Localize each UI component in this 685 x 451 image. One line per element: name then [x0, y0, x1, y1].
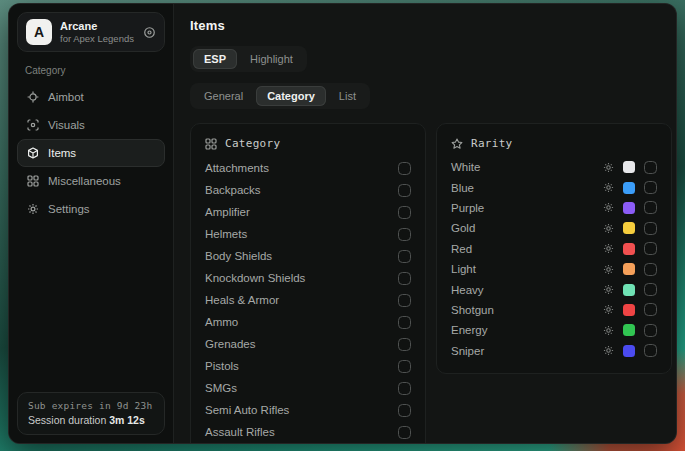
checkbox[interactable]	[398, 426, 411, 439]
tab-esp[interactable]: ESP	[193, 49, 237, 69]
brand-subtitle: for Apex Legends	[60, 33, 135, 45]
category-panel: Category Attachments Backpacks	[190, 123, 426, 444]
checkbox[interactable]	[644, 303, 657, 316]
rarity-row[interactable]: Shotgun	[451, 300, 657, 320]
sidebar-item-visuals[interactable]: Visuals	[17, 111, 165, 139]
gear-icon[interactable]	[603, 325, 614, 336]
category-row[interactable]: Heals & Armor	[205, 289, 411, 311]
sidebar-nav: Aimbot Visuals Items	[17, 83, 165, 223]
category-row[interactable]: Ammo	[205, 311, 411, 333]
session-duration-label: Session duration	[28, 414, 106, 426]
rarity-row[interactable]: Sniper	[451, 341, 657, 361]
gear-icon[interactable]	[603, 223, 614, 234]
checkbox[interactable]	[398, 316, 411, 329]
color-swatch[interactable]	[623, 182, 635, 194]
checkbox[interactable]	[644, 324, 657, 337]
category-row[interactable]: Pistols	[205, 355, 411, 377]
checkbox[interactable]	[398, 206, 411, 219]
gear-icon[interactable]	[603, 202, 614, 213]
category-row[interactable]: Assault Rifles	[205, 421, 411, 443]
gear-icon[interactable]	[603, 162, 614, 173]
rarity-row-label: Heavy	[451, 284, 484, 296]
rarity-panel-header: Rarity	[451, 134, 657, 157]
checkbox[interactable]	[644, 344, 657, 357]
scan-eye-icon	[27, 119, 39, 131]
grid-icon	[205, 138, 217, 150]
sidebar-item-miscellaneous[interactable]: Miscellaneous	[17, 167, 165, 195]
gear-icon[interactable]	[603, 345, 614, 356]
sidebar-item-label: Visuals	[48, 119, 85, 131]
sidebar-item-label: Miscellaneous	[48, 175, 121, 187]
rarity-row[interactable]: Red	[451, 239, 657, 259]
rarity-row-label: Energy	[451, 324, 487, 336]
rarity-row[interactable]: Gold	[451, 218, 657, 238]
rarity-row[interactable]: Heavy	[451, 279, 657, 299]
color-swatch[interactable]	[623, 284, 635, 296]
checkbox[interactable]	[398, 250, 411, 263]
rarity-row[interactable]: Purple	[451, 198, 657, 218]
sidebar-item-settings[interactable]: Settings	[17, 195, 165, 223]
rarity-row-controls	[603, 201, 657, 214]
checkbox[interactable]	[644, 222, 657, 235]
rarity-row[interactable]: White	[451, 157, 657, 177]
rarity-row[interactable]: Blue	[451, 177, 657, 197]
category-row-label: Body Shields	[205, 250, 272, 262]
checkbox[interactable]	[398, 404, 411, 417]
tab-category[interactable]: Category	[256, 86, 326, 106]
session-duration-text: Session duration 3m 12s	[28, 414, 154, 426]
category-row[interactable]: LMGs	[205, 443, 411, 444]
checkbox[interactable]	[398, 228, 411, 241]
category-row-label: Assault Rifles	[205, 426, 275, 438]
sidebar-item-aimbot[interactable]: Aimbot	[17, 83, 165, 111]
sidebar-item-label: Aimbot	[48, 91, 84, 103]
checkbox[interactable]	[398, 360, 411, 373]
brand-text: Arcane for Apex Legends	[60, 20, 135, 45]
color-swatch[interactable]	[623, 263, 635, 275]
color-swatch[interactable]	[623, 243, 635, 255]
checkbox[interactable]	[398, 162, 411, 175]
panels-row: Category Attachments Backpacks	[190, 123, 672, 444]
category-row[interactable]: Attachments	[205, 157, 411, 179]
checkbox[interactable]	[398, 272, 411, 285]
category-row[interactable]: Semi Auto Rifles	[205, 399, 411, 421]
category-row[interactable]: Backpacks	[205, 179, 411, 201]
checkbox[interactable]	[398, 184, 411, 197]
category-row[interactable]: Body Shields	[205, 245, 411, 267]
checkbox[interactable]	[644, 201, 657, 214]
color-swatch[interactable]	[623, 222, 635, 234]
color-swatch[interactable]	[623, 345, 635, 357]
rarity-row[interactable]: Energy	[451, 320, 657, 340]
category-row-label: Pistols	[205, 360, 239, 372]
category-row[interactable]: Knockdown Shields	[205, 267, 411, 289]
gear-icon[interactable]	[603, 182, 614, 193]
checkbox[interactable]	[644, 242, 657, 255]
sidebar-item-items[interactable]: Items	[17, 139, 165, 167]
rarity-row[interactable]: Light	[451, 259, 657, 279]
color-swatch[interactable]	[623, 304, 635, 316]
category-row[interactable]: SMGs	[205, 377, 411, 399]
checkbox[interactable]	[398, 338, 411, 351]
checkbox[interactable]	[398, 382, 411, 395]
rarity-list: White	[451, 157, 657, 361]
gear-icon[interactable]	[603, 284, 614, 295]
tab-highlight[interactable]: Highlight	[239, 49, 304, 69]
gear-icon[interactable]	[603, 304, 614, 315]
checkbox[interactable]	[398, 294, 411, 307]
tab-list[interactable]: List	[328, 86, 367, 106]
color-swatch[interactable]	[623, 324, 635, 336]
category-row[interactable]: Helmets	[205, 223, 411, 245]
color-swatch[interactable]	[623, 202, 635, 214]
checkbox[interactable]	[644, 263, 657, 276]
tab-general[interactable]: General	[193, 86, 254, 106]
gear-icon[interactable]	[603, 243, 614, 254]
category-row[interactable]: Amplifier	[205, 201, 411, 223]
gear-icon[interactable]	[603, 264, 614, 275]
checkbox[interactable]	[644, 283, 657, 296]
color-swatch[interactable]	[623, 161, 635, 173]
category-row-label: Grenades	[205, 338, 256, 350]
category-row[interactable]: Grenades	[205, 333, 411, 355]
rarity-row-controls	[603, 242, 657, 255]
checkbox[interactable]	[644, 161, 657, 174]
checkbox[interactable]	[644, 181, 657, 194]
target-icon[interactable]	[143, 26, 156, 39]
